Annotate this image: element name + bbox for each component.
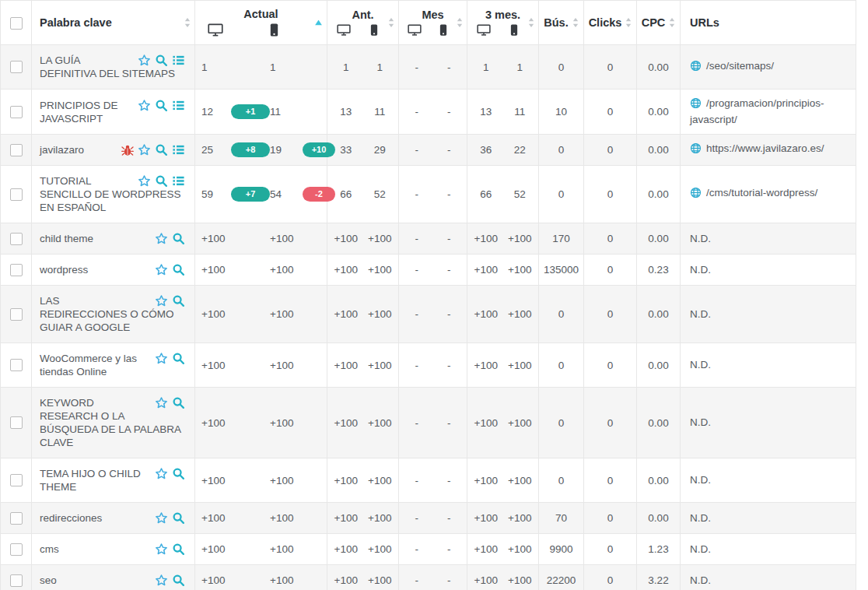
keyword-label: WooCommerce y las tiendas Online — [40, 353, 137, 378]
star-icon[interactable] — [155, 467, 168, 480]
star-icon[interactable] — [138, 99, 151, 112]
star-icon[interactable] — [155, 574, 168, 587]
column-header-ant[interactable]: Ant. — [327, 1, 399, 45]
mes-mobile-position: - — [447, 417, 451, 429]
keyword-action-icons — [155, 543, 185, 556]
search-icon[interactable] — [172, 263, 185, 276]
row-checkbox[interactable] — [10, 264, 23, 276]
mes-desktop-position: - — [415, 475, 419, 486]
mes-desktop-position: - — [415, 512, 419, 524]
url-text[interactable]: https://www.javilazaro.es/ — [706, 142, 824, 154]
row-checkbox[interactable] — [10, 543, 23, 556]
star-icon[interactable] — [155, 263, 168, 276]
url-text[interactable]: N.D. — [690, 543, 711, 555]
search-icon[interactable] — [172, 352, 185, 365]
row-checkbox[interactable] — [10, 61, 23, 73]
mes-mobile-position: - — [447, 308, 451, 320]
search-icon[interactable] — [172, 467, 185, 480]
star-icon[interactable] — [155, 294, 168, 307]
list-icon[interactable] — [172, 99, 185, 112]
row-checkbox[interactable] — [10, 144, 23, 156]
search-icon[interactable] — [172, 543, 185, 556]
row-checkbox[interactable] — [10, 188, 23, 201]
list-icon[interactable] — [172, 143, 185, 156]
select-all-checkbox[interactable] — [10, 17, 23, 30]
column-header-actual[interactable]: Actual — [195, 1, 327, 45]
column-header-busquedas[interactable]: Bús. — [539, 1, 584, 45]
row-checkbox[interactable] — [10, 359, 23, 371]
url-text[interactable]: N.D. — [690, 512, 711, 524]
search-icon[interactable] — [155, 54, 168, 67]
row-checkbox[interactable] — [10, 106, 23, 118]
url-text[interactable]: N.D. — [690, 416, 711, 428]
column-header-cpc[interactable]: CPC — [637, 1, 681, 45]
desktop-icon — [408, 24, 422, 38]
url-text[interactable]: N.D. — [690, 359, 711, 371]
row-checkbox[interactable] — [10, 308, 23, 321]
search-volume: 135000 — [544, 264, 579, 276]
sort-ascending-icon[interactable] — [315, 20, 322, 26]
keyword-action-icons — [138, 54, 185, 67]
url-text[interactable]: /seo/sitemaps/ — [706, 60, 774, 72]
keyword-label: TEMA HIJO O CHILD THEME — [40, 468, 141, 493]
table-row: PRINCIPIOS DE JAVASCRIPT 12 +1 11 13 11 … — [1, 90, 856, 135]
sort-icon[interactable] — [457, 18, 463, 27]
url-text[interactable]: N.D. — [690, 474, 711, 486]
url-text[interactable]: N.D. — [690, 233, 711, 244]
column-header-keyword[interactable]: Palabra clave — [32, 1, 195, 45]
desktop-icon — [477, 24, 491, 38]
sort-icon[interactable] — [184, 18, 191, 27]
search-icon[interactable] — [172, 574, 185, 587]
three-months-desktop-position: +100 — [474, 308, 498, 320]
keyword-label: redirecciones — [40, 512, 102, 524]
ant-mobile-position: +100 — [368, 360, 391, 371]
actual-mobile-position: +100 — [270, 233, 303, 244]
url-text[interactable]: /programacion/principios-javascript/ — [690, 97, 824, 125]
url-text[interactable]: N.D. — [690, 308, 711, 320]
search-volume: 70 — [555, 512, 567, 524]
star-icon[interactable] — [155, 543, 168, 556]
url-text[interactable]: /cms/tutorial-wordpress/ — [706, 187, 817, 198]
actual-mobile-position: +100 — [270, 417, 303, 429]
star-icon[interactable] — [155, 232, 168, 245]
search-icon[interactable] — [172, 511, 185, 525]
actual-mobile-position: +100 — [270, 308, 303, 320]
bug-icon[interactable] — [121, 144, 134, 156]
row-checkbox[interactable] — [10, 233, 23, 245]
search-icon[interactable] — [155, 99, 168, 112]
column-header-clicks[interactable]: Clicks — [584, 1, 637, 45]
clicks-value: 0 — [607, 61, 614, 73]
url-text[interactable]: N.D. — [690, 574, 711, 586]
sort-icon[interactable] — [528, 18, 534, 27]
three-months-mobile-position: 11 — [514, 106, 525, 118]
search-volume: 22200 — [547, 574, 576, 586]
star-icon[interactable] — [155, 396, 168, 409]
sort-icon[interactable] — [388, 18, 394, 27]
table-row: redirecciones +100 +100 +100 +100 - - — [1, 503, 856, 534]
star-icon[interactable] — [138, 143, 151, 156]
url-text[interactable]: N.D. — [690, 264, 711, 276]
list-icon[interactable] — [172, 174, 185, 188]
star-icon[interactable] — [155, 352, 168, 365]
row-checkbox[interactable] — [10, 512, 23, 525]
row-checkbox[interactable] — [10, 474, 23, 486]
star-icon[interactable] — [138, 54, 151, 67]
list-icon[interactable] — [172, 54, 185, 67]
three-months-mobile-position: +100 — [508, 308, 531, 320]
star-icon[interactable] — [138, 174, 151, 188]
clicks-value: 0 — [607, 543, 614, 555]
mes-mobile-position: - — [447, 188, 451, 200]
search-icon[interactable] — [172, 294, 185, 307]
search-icon[interactable] — [172, 396, 185, 409]
row-checkbox[interactable] — [10, 574, 23, 587]
keyword-table-body: LA GUÍA DEFINITIVA DEL SITEMAPS 1 1 1 1 … — [1, 45, 856, 590]
search-icon[interactable] — [155, 143, 168, 156]
star-icon[interactable] — [155, 511, 168, 525]
column-header-mes[interactable]: Mes — [399, 1, 467, 45]
row-checkbox[interactable] — [10, 416, 23, 429]
three-months-desktop-position: 36 — [480, 144, 492, 156]
column-header-3-mes[interactable]: 3 mes. — [467, 1, 539, 45]
search-icon[interactable] — [172, 232, 185, 245]
search-icon[interactable] — [155, 174, 168, 188]
actual-desktop-position: 12 — [201, 106, 231, 118]
